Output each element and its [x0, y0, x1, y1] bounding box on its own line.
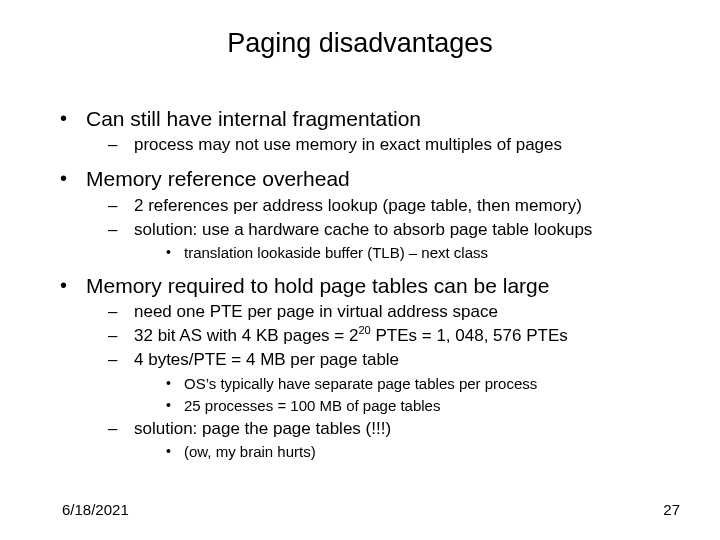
- bullet-text: process may not use memory in exact mult…: [134, 135, 562, 154]
- bullet-text: Can still have internal fragmentation: [86, 107, 421, 130]
- bullet-l3: 25 processes = 100 MB of page tables: [164, 396, 678, 416]
- bullet-l2: 2 references per address lookup (page ta…: [108, 195, 678, 217]
- bullet-text: Memory reference overhead: [86, 167, 350, 190]
- footer-date: 6/18/2021: [62, 501, 129, 518]
- bullet-text: 2 references per address lookup (page ta…: [134, 196, 582, 215]
- bullet-text: Memory required to hold page tables can …: [86, 274, 549, 297]
- superscript: 20: [358, 325, 370, 337]
- bullet-text: OS’s typically have separate page tables…: [184, 375, 537, 392]
- bullet-l2: 32 bit AS with 4 KB pages = 220 PTEs = 1…: [108, 325, 678, 347]
- footer-page-number: 27: [663, 501, 680, 518]
- bullet-l2: solution: page the page tables (!!!) (ow…: [108, 418, 678, 462]
- bullet-l2: process may not use memory in exact mult…: [108, 134, 678, 156]
- bullet-l3: translation lookaside buffer (TLB) – nex…: [164, 243, 678, 263]
- slide-body: Can still have internal fragmentation pr…: [58, 106, 678, 462]
- bullet-l1: Can still have internal fragmentation pr…: [58, 106, 678, 156]
- bullet-text: 25 processes = 100 MB of page tables: [184, 397, 440, 414]
- bullet-l3: OS’s typically have separate page tables…: [164, 374, 678, 394]
- bullet-text: 32 bit AS with 4 KB pages = 2: [134, 326, 358, 345]
- bullet-text: 4 bytes/PTE = 4 MB per page table: [134, 350, 399, 369]
- bullet-text: translation lookaside buffer (TLB) – nex…: [184, 244, 488, 261]
- bullet-l3: (ow, my brain hurts): [164, 442, 678, 462]
- bullet-text: solution: page the page tables (!!!): [134, 419, 391, 438]
- bullet-text: need one PTE per page in virtual address…: [134, 302, 498, 321]
- bullet-text: PTEs = 1, 048, 576 PTEs: [371, 326, 568, 345]
- bullet-l2: 4 bytes/PTE = 4 MB per page table OS’s t…: [108, 349, 678, 416]
- bullet-text: solution: use a hardware cache to absorb…: [134, 220, 592, 239]
- bullet-l2: solution: use a hardware cache to absorb…: [108, 219, 678, 263]
- bullet-l1: Memory required to hold page tables can …: [58, 273, 678, 462]
- slide-title: Paging disadvantages: [0, 28, 720, 59]
- bullet-text: (ow, my brain hurts): [184, 443, 316, 460]
- slide: Paging disadvantages Can still have inte…: [0, 0, 720, 540]
- bullet-l2: need one PTE per page in virtual address…: [108, 301, 678, 323]
- bullet-l1: Memory reference overhead 2 references p…: [58, 166, 678, 263]
